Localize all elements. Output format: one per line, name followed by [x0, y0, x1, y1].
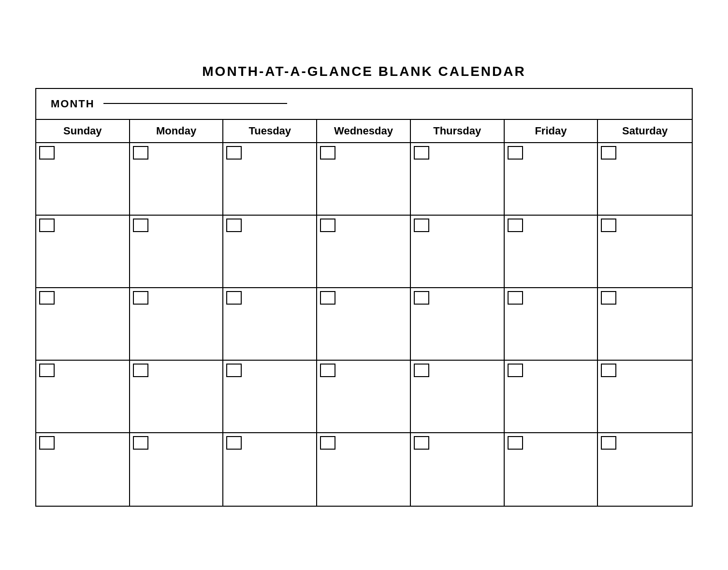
day-wednesday: Wednesday — [317, 120, 411, 142]
date-box — [320, 436, 335, 450]
date-box — [133, 146, 148, 160]
date-box — [320, 219, 335, 232]
day-thursday: Thursday — [411, 120, 505, 142]
date-box — [601, 146, 616, 160]
date-box — [39, 436, 55, 450]
date-box — [39, 146, 55, 160]
calendar-cell — [505, 288, 598, 360]
calendar-row — [36, 216, 692, 288]
calendar-cell — [505, 216, 598, 287]
calendar-cell — [36, 433, 130, 506]
page-title: MONTH-AT-A-GLANCE BLANK CALENDAR — [35, 64, 693, 79]
calendar-cell — [36, 361, 130, 432]
calendar-cell — [317, 361, 411, 432]
calendar-container: MONTH Sunday Monday Tuesday Wednesday Th… — [35, 88, 693, 507]
date-box — [226, 291, 242, 305]
date-box — [601, 436, 616, 450]
calendar-cell — [130, 433, 224, 506]
day-sunday: Sunday — [36, 120, 130, 142]
calendar-cell — [36, 288, 130, 360]
calendar-cell — [130, 361, 224, 432]
calendar-cell — [130, 143, 224, 215]
calendar-cell — [36, 143, 130, 215]
date-box — [226, 146, 242, 160]
date-box — [601, 364, 616, 377]
date-box — [508, 146, 523, 160]
date-box — [414, 146, 429, 160]
calendar-cell — [411, 361, 505, 432]
calendar-cell — [36, 216, 130, 287]
calendar-cell — [505, 143, 598, 215]
calendar-row — [36, 288, 692, 361]
date-box — [414, 436, 429, 450]
calendar-cell — [317, 433, 411, 506]
date-box — [508, 219, 523, 232]
calendar-cell — [130, 288, 224, 360]
calendar-row — [36, 143, 692, 216]
day-saturday: Saturday — [598, 120, 692, 142]
date-box — [601, 291, 616, 305]
date-box — [414, 219, 429, 232]
date-box — [508, 364, 523, 377]
date-box — [508, 436, 523, 450]
date-box — [226, 219, 242, 232]
date-box — [508, 291, 523, 305]
date-box — [414, 364, 429, 377]
date-box — [226, 364, 242, 377]
date-box — [601, 219, 616, 232]
date-box — [39, 364, 55, 377]
calendar-cell — [223, 361, 317, 432]
date-box — [133, 364, 148, 377]
calendar-grid — [36, 143, 692, 506]
date-box — [320, 146, 335, 160]
calendar-cell — [223, 288, 317, 360]
date-box — [226, 436, 242, 450]
day-friday: Friday — [505, 120, 598, 142]
days-header: Sunday Monday Tuesday Wednesday Thursday… — [36, 120, 692, 143]
calendar-cell — [130, 216, 224, 287]
calendar-cell — [505, 433, 598, 506]
day-tuesday: Tuesday — [223, 120, 317, 142]
date-box — [133, 291, 148, 305]
calendar-cell — [411, 143, 505, 215]
calendar-cell — [598, 433, 692, 506]
calendar-cell — [598, 216, 692, 287]
calendar-cell — [598, 361, 692, 432]
calendar-cell — [223, 433, 317, 506]
calendar-cell — [411, 216, 505, 287]
calendar-cell — [598, 143, 692, 215]
calendar-cell — [223, 216, 317, 287]
calendar-cell — [411, 433, 505, 506]
day-monday: Monday — [130, 120, 224, 142]
month-header: MONTH — [36, 89, 692, 120]
calendar-row — [36, 361, 692, 433]
month-label: MONTH — [51, 98, 95, 110]
calendar-cell — [598, 288, 692, 360]
date-box — [133, 219, 148, 232]
calendar-cell — [317, 288, 411, 360]
calendar-row — [36, 433, 692, 506]
date-box — [39, 219, 55, 232]
calendar-cell — [505, 361, 598, 432]
calendar-cell — [317, 143, 411, 215]
calendar-cell — [317, 216, 411, 287]
calendar-cell — [223, 143, 317, 215]
date-box — [39, 291, 55, 305]
month-line — [103, 103, 287, 104]
date-box — [133, 436, 148, 450]
calendar-cell — [411, 288, 505, 360]
date-box — [414, 291, 429, 305]
date-box — [320, 291, 335, 305]
date-box — [320, 364, 335, 377]
